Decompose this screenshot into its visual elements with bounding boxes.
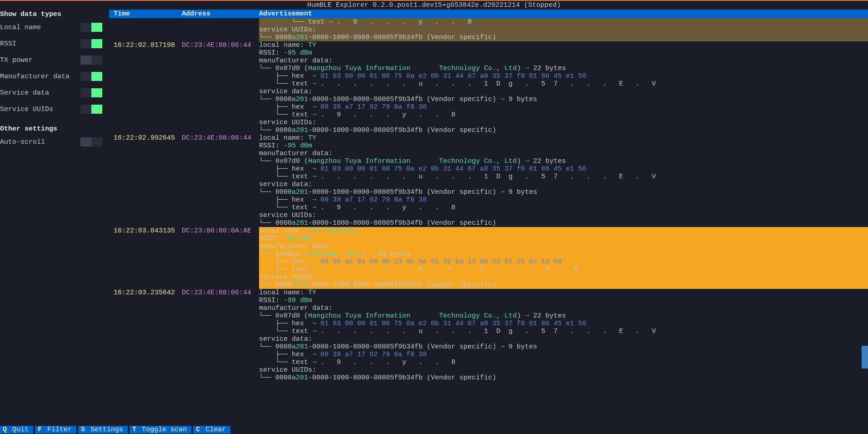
- sidebar-item-label: Auto-scroll: [0, 138, 45, 146]
- sidebar-item-label: TX power: [0, 56, 33, 64]
- table-row[interactable]: 16:22:02.992645DC:23:4E:08:06:44 local n…: [109, 134, 868, 227]
- sidebar-item: TX power: [0, 52, 109, 68]
- toggle-switch[interactable]: [80, 23, 102, 32]
- cell-address: DC:23:00:00:0A:AE: [182, 227, 259, 235]
- table-row[interactable]: 16:22:02.817198DC:23:4E:08:06:44 local n…: [109, 41, 868, 134]
- footer: Q Quit F Filter S Settings T Toggle scan…: [0, 425, 868, 434]
- sidebar-item: RSSI: [0, 35, 109, 52]
- sidebar-item: Service data: [0, 85, 109, 101]
- footer-label[interactable]: Quit: [10, 426, 33, 434]
- content: Time Address Advertisement └── text → . …: [109, 10, 868, 425]
- sidebar-item-label: Local name: [0, 24, 41, 31]
- footer-key[interactable]: Q: [0, 426, 10, 434]
- sidebar-section-title-2: Other settings: [0, 124, 109, 134]
- sidebar-item-label: RSSI: [0, 40, 16, 48]
- header-advertisement: Advertisement: [259, 10, 868, 18]
- footer-label[interactable]: Settings: [88, 426, 128, 434]
- cell-advertisement: local name: TY RSSI: -99 dBm manufacture…: [259, 289, 868, 382]
- sidebar-section-title: Show data types: [0, 10, 109, 19]
- footer-key[interactable]: C: [193, 426, 203, 434]
- cell-time: 16:22:02.817198: [109, 41, 182, 49]
- sidebar-item: Local name: [0, 19, 109, 35]
- sidebar-item: Service UUIDs: [0, 101, 109, 117]
- toggle-switch[interactable]: [80, 72, 102, 81]
- main-area: Show data types Local nameRSSITX powerMa…: [0, 10, 868, 425]
- cell-advertisement: local name: ThermoBeacon RSSI: -85 dBm m…: [259, 227, 868, 289]
- cell-advertisement: local name: TY RSSI: -95 dBm manufacture…: [259, 41, 868, 134]
- sidebar: Show data types Local nameRSSITX powerMa…: [0, 10, 109, 425]
- table-row[interactable]: 16:22:03.235642DC:23:4E:08:06:44 local n…: [109, 289, 868, 382]
- data-area[interactable]: └── text → . 9 . . . y . . 8 service UUI…: [109, 18, 868, 425]
- toggle-switch[interactable]: [80, 56, 102, 65]
- footer-key[interactable]: F: [35, 426, 45, 434]
- cell-address: DC:23:4E:08:06:44: [182, 289, 259, 297]
- table-header: Time Address Advertisement: [109, 10, 868, 18]
- app-title: HumBLE Explorer 0.2.0.post1.dev15+g65384…: [307, 1, 561, 9]
- sidebar-item-label: Service UUIDs: [0, 106, 53, 113]
- footer-key[interactable]: S: [78, 426, 88, 434]
- cell-address: DC:23:4E:08:06:44: [182, 41, 259, 49]
- toggle-switch[interactable]: [80, 39, 102, 48]
- cell-time: 16:22:03.043135: [109, 227, 182, 235]
- cell-time: 16:22:03.235642: [109, 289, 182, 297]
- sidebar-item-label: Service data: [0, 89, 49, 97]
- footer-label[interactable]: Clear: [203, 426, 230, 434]
- footer-key[interactable]: T: [130, 426, 139, 434]
- cell-address: DC:23:4E:08:06:44: [182, 134, 259, 142]
- toggle-switch[interactable]: [80, 137, 102, 146]
- cell-time: 16:22:02.992645: [109, 134, 182, 142]
- header-address: Address: [182, 10, 259, 18]
- table-row[interactable]: 16:22:03.043135DC:23:00:00:0A:AE local n…: [109, 227, 868, 289]
- sidebar-item: Manufacturer data: [0, 68, 109, 85]
- toggle-switch[interactable]: [80, 105, 102, 114]
- cell-advertisement: └── text → . 9 . . . y . . 8 service UUI…: [259, 18, 868, 41]
- footer-label[interactable]: Filter: [45, 426, 76, 434]
- sidebar-item: Auto-scroll: [0, 134, 109, 150]
- table-row[interactable]: └── text → . 9 . . . y . . 8 service UUI…: [109, 18, 868, 41]
- scrollbar[interactable]: [862, 346, 868, 368]
- sidebar-item-label: Manufacturer data: [0, 73, 70, 81]
- header-time: Time: [109, 10, 182, 18]
- footer-label[interactable]: Toggle scan: [139, 426, 191, 434]
- cell-advertisement: local name: TY RSSI: -95 dBm manufacture…: [259, 134, 868, 227]
- title-bar: HumBLE Explorer 0.2.0.post1.dev15+g65384…: [0, 0, 868, 10]
- toggle-switch[interactable]: [80, 88, 102, 97]
